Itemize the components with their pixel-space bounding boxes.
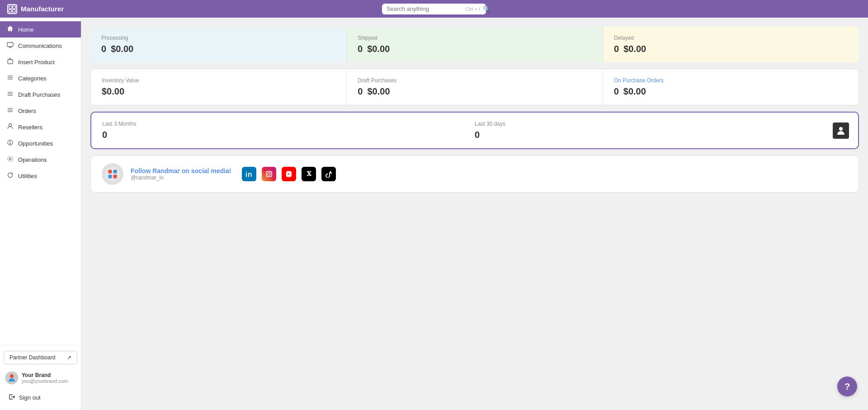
sidebar-item-home[interactable]: Home [0,21,81,38]
shipped-amount: $0.00 [367,44,390,54]
main-content: Processing 0 $0.00 Shipped 0 $0.00 Delay… [81,18,868,410]
svg-point-21 [10,374,14,378]
svg-rect-4 [7,42,13,47]
user-email: you@yourbrand.com [22,378,68,384]
delayed-values: 0 $0.00 [614,44,848,54]
shipped-label: Shipped [358,35,592,41]
draft-purchases-count: 0 [358,86,363,97]
logo-icon [7,4,17,14]
sidebar-label-draft-purchases: Draft Purchases [18,91,60,98]
linkedin-icon[interactable] [242,167,256,181]
search-shortcut: Ctrl + / [465,6,480,12]
stat-card-on-purchase-orders: On Purchase Orders 0 $0.00 [603,69,859,105]
sidebar-label-operations: Operations [18,156,47,163]
social-handle: @randmar_io [131,174,231,181]
sidebar-label-categories: Categories [18,75,47,82]
sidebar-item-communications[interactable]: Communications [0,38,81,54]
shipped-count: 0 [358,44,363,54]
search-input[interactable] [387,5,462,12]
communications-icon [6,42,14,50]
opportunities-icon [6,139,14,147]
svg-point-18 [9,143,10,144]
person-icon [833,123,849,139]
operations-icon [6,156,14,164]
svg-rect-2 [9,9,12,12]
stats-row-2: Inventory Value $0.00 Draft Purchases 0 … [90,69,859,105]
user-info: Your Brand you@yourbrand.com [4,369,77,387]
sidebar-item-categories[interactable]: Categories [0,70,81,86]
sidebar-item-insert-product[interactable]: Insert Product [0,54,81,70]
draft-purchases-amount: $0.00 [367,86,390,97]
youtube-icon[interactable] [282,167,296,181]
instagram-icon[interactable] [262,167,276,181]
user-name: Your Brand [22,372,68,378]
inventory-label: Inventory Value [102,77,335,84]
delayed-amount: $0.00 [623,44,646,54]
utilities-icon [6,172,14,180]
on-purchase-orders-label: On Purchase Orders [614,77,848,84]
social-title: Follow Randmar on social media! [131,167,231,174]
orders-icon [6,107,14,115]
svg-point-22 [839,127,843,131]
on-purchase-orders-count: 0 [614,86,619,97]
x-icon[interactable]: 𝕏 [302,167,316,181]
sign-out-label: Sign out [19,394,41,401]
months-card: Last 3 Months 0 Last 30 days 0 [90,112,859,149]
sidebar-label-opportunities: Opportunities [18,140,53,147]
draft-purchases-values: 0 $0.00 [358,86,591,97]
stat-card-delayed: Delayed 0 $0.00 [603,27,859,62]
topbar: Manufacturer Ctrl + / 🔍 [0,0,868,18]
last-3-months-value: 0 [102,130,475,140]
sign-out-button[interactable]: Sign out [4,391,77,405]
tiktok-icon[interactable] [321,167,336,181]
sidebar-bottom: Partner Dashboard ↗ Your Brand you@yourb… [0,345,81,410]
inventory-values: $0.00 [102,86,335,97]
processing-amount: $0.00 [111,44,133,54]
social-card: Follow Randmar on social media! @randmar… [90,156,859,193]
sidebar-label-utilities: Utilities [18,173,37,179]
sidebar-label-insert-product: Insert Product [18,59,55,66]
app-name: Manufacturer [21,5,64,13]
partner-dashboard-label: Partner Dashboard [9,354,55,361]
svg-rect-3 [13,9,15,12]
delayed-count: 0 [614,44,619,54]
sidebar-item-utilities[interactable]: Utilities [0,168,81,184]
insert-product-icon [6,58,14,66]
last-30-days-value: 0 [475,130,847,140]
svg-rect-26 [108,175,112,179]
external-link-icon: ↗ [67,354,71,361]
inventory-amount: $0.00 [102,86,124,97]
processing-count: 0 [101,44,106,54]
sidebar-nav: Home Communications Insert Product [0,18,81,345]
on-purchase-orders-amount: $0.00 [623,86,646,97]
app-logo: Manufacturer [7,4,64,14]
search-icon[interactable]: 🔍 [483,5,491,13]
svg-point-15 [9,124,11,127]
sidebar-item-draft-purchases[interactable]: Draft Purchases [0,86,81,103]
sidebar-item-opportunities[interactable]: Opportunities [0,135,81,151]
stat-card-shipped: Shipped 0 $0.00 [347,27,603,62]
svg-rect-0 [9,6,12,9]
stats-row-1: Processing 0 $0.00 Shipped 0 $0.00 Delay… [90,27,859,62]
on-purchase-orders-values: 0 $0.00 [614,86,848,97]
svg-rect-28 [266,171,272,177]
search-bar[interactable]: Ctrl + / 🔍 [382,4,486,14]
partner-dashboard-button[interactable]: Partner Dashboard ↗ [4,351,77,364]
sidebar-item-operations[interactable]: Operations [0,151,81,168]
stat-card-processing: Processing 0 $0.00 [90,27,347,62]
sidebar-item-resellers[interactable]: Resellers [0,119,81,135]
last-3-months-section: Last 3 Months 0 [102,121,475,140]
svg-rect-24 [108,170,112,173]
svg-rect-1 [13,6,15,9]
svg-point-29 [268,173,270,175]
user-details: Your Brand you@yourbrand.com [22,372,68,384]
social-text: Follow Randmar on social media! @randmar… [131,167,231,181]
last-3-months-label: Last 3 Months [102,121,475,127]
sidebar: Home Communications Insert Product [0,18,81,410]
help-button[interactable]: ? [837,377,857,396]
svg-rect-5 [8,60,13,64]
avatar [5,372,18,384]
sidebar-item-orders[interactable]: Orders [0,103,81,119]
processing-label: Processing [101,35,335,41]
last-30-days-section: Last 30 days 0 [475,121,847,140]
